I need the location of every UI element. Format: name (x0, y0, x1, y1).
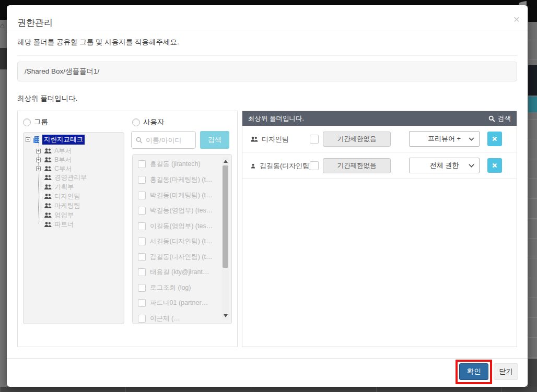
checkbox-icon[interactable] (138, 192, 146, 199)
checkbox-icon[interactable] (138, 299, 146, 307)
background-right-block (528, 65, 537, 96)
close-icon[interactable]: × (513, 14, 520, 25)
user-search-input[interactable] (146, 136, 190, 144)
duration-button[interactable]: 기간제한없음 (323, 158, 391, 173)
tree-node[interactable]: 디자인팀 (36, 192, 80, 201)
selector-panel: 그룹 사용자 − 지란지교테크 (17, 111, 238, 347)
checkbox-icon[interactable] (138, 268, 146, 276)
user-list-item[interactable]: 박길동(마케팅팀) (t… (138, 190, 216, 200)
tree-node[interactable]: + A부서 (36, 147, 72, 156)
radio-circle-icon[interactable] (23, 118, 31, 126)
radio-circle-icon[interactable] (132, 118, 140, 126)
tree-node[interactable]: + B부서 (36, 156, 72, 164)
expand-plus-icon[interactable]: + (36, 158, 41, 162)
tree-node[interactable]: 경영관리부 (36, 173, 87, 182)
user-list-item[interactable]: 김길동(디자인팀) (t… (138, 252, 216, 262)
modal-description: 해당 폴더를 공유할 그룹 및 사용자를 적용해주세요. (17, 38, 179, 47)
user-label: 파트너01 (partner… (150, 299, 216, 307)
scroll-up-icon[interactable] (224, 160, 228, 163)
scrollbar[interactable] (222, 157, 229, 320)
group-icon (44, 148, 52, 154)
tree-node-label: 영업부 (54, 211, 74, 220)
background-left-edge: ⌂ (0, 0, 7, 392)
user-list-item[interactable]: 이근제 (… (138, 313, 216, 324)
scroll-down-icon[interactable] (224, 314, 228, 317)
remove-button[interactable] (487, 132, 502, 146)
close-button[interactable]: 닫기 (494, 363, 518, 380)
search-icon (136, 137, 143, 144)
modal-title: 권한관리 (17, 17, 53, 29)
user-list-item[interactable]: 서길동(디자인팀) (t… (138, 236, 216, 246)
tree-node-label: 디자인팀 (54, 192, 80, 201)
checkbox-icon[interactable] (138, 207, 146, 215)
scrollbar-thumb[interactable] (223, 165, 228, 268)
user-radio[interactable]: 사용자 (132, 117, 165, 127)
tree-node[interactable]: 마케팅팀 (36, 201, 80, 210)
group-icon (44, 194, 52, 199)
footer-divider (7, 358, 528, 359)
permissions-header: 최상위 폴더입니다. 검색 (242, 111, 517, 126)
user-list: 홍길동 (jirantech) 홍길동(마케팅팀) (t… 박길동(마케팅팀) … (132, 154, 232, 324)
tree-node[interactable]: 기획부 (36, 183, 74, 192)
tree-node[interactable]: 영업부 (36, 211, 74, 220)
user-list-item[interactable]: 태용길 (kty@jirant… (138, 267, 216, 277)
group-radio[interactable]: 그룹 (23, 117, 48, 127)
background-teal-badge (528, 97, 537, 112)
user-list-item[interactable]: 홍길동 (jirantech) (138, 159, 216, 169)
chevron-down-icon (469, 164, 474, 168)
expand-plus-icon[interactable]: + (36, 149, 41, 153)
duration-button[interactable]: 기간제한없음 (323, 132, 391, 147)
permission-select[interactable]: 전체 권한 (409, 158, 480, 173)
permissions-search-button[interactable]: 검색 (488, 114, 511, 123)
permission-row-name: 김길동(디자인팀) (250, 152, 312, 179)
person-icon (250, 163, 256, 169)
checkbox-icon[interactable] (138, 160, 146, 168)
checkbox-icon[interactable] (138, 237, 146, 245)
remove-x-icon (492, 136, 497, 141)
user-list-item[interactable]: 박길동(영업부) (tes… (138, 205, 216, 216)
confirm-button[interactable]: 확인 (459, 363, 488, 380)
user-label: 홍길동(마케팅팀) (t… (150, 175, 216, 184)
tree-node-root[interactable]: − 지란지교테크 (26, 135, 85, 144)
body-divider (17, 55, 517, 56)
user-label: 박길동(영업부) (tes… (150, 206, 216, 215)
chevron-down-icon (469, 137, 474, 141)
user-list-item[interactable]: 이길동(영업부) (tes… (138, 221, 216, 231)
checkbox-icon[interactable] (138, 253, 146, 261)
permission-row-name: 디자인팀 (250, 126, 289, 152)
expand-plus-icon[interactable]: + (36, 167, 41, 171)
checkbox-icon[interactable] (310, 161, 319, 170)
remove-x-icon (492, 163, 497, 168)
tree-node-label: 마케팅팀 (54, 201, 80, 210)
user-label: 서길동(디자인팀) (t… (150, 237, 216, 246)
tree-node-label: A부서 (54, 147, 72, 156)
user-list-item[interactable]: 로그조회 (log) (138, 282, 216, 293)
search-icon (488, 115, 495, 122)
user-list-item[interactable]: 홍길동(마케팅팀) (t… (138, 174, 216, 185)
tree-node-label: 경영관리부 (54, 173, 87, 182)
permission-name-label: 김길동(디자인팀) (260, 161, 312, 171)
user-label: 태용길 (kty@jirant… (150, 268, 216, 277)
checkbox-icon[interactable] (138, 284, 146, 292)
user-label: 이근제 (… (150, 314, 216, 323)
group-tree: − 지란지교테크 + A부서 + (23, 132, 124, 324)
group-icon (44, 212, 52, 218)
checkbox-icon[interactable] (138, 315, 146, 323)
remove-button[interactable] (487, 158, 502, 173)
tree-root-label[interactable]: 지란지교테크 (42, 135, 85, 145)
checkbox-icon[interactable] (138, 176, 146, 184)
user-search-button[interactable]: 검색 (200, 131, 229, 149)
group-icon (44, 157, 52, 163)
group-icon (44, 184, 52, 190)
background-navbar-right (528, 0, 537, 22)
collapse-minus-icon[interactable]: − (26, 137, 30, 142)
checkbox-icon[interactable] (310, 135, 319, 144)
tree-node[interactable]: 파트너 (36, 220, 74, 229)
user-list-item[interactable]: 파트너01 (partner… (138, 298, 216, 308)
user-search-box (131, 131, 196, 149)
tree-node[interactable]: + C부서 (36, 164, 72, 173)
checkbox-icon[interactable] (138, 222, 146, 230)
group-icon (44, 166, 52, 172)
group-icon (250, 136, 258, 142)
permission-select[interactable]: 프리뷰어 + (409, 131, 480, 147)
